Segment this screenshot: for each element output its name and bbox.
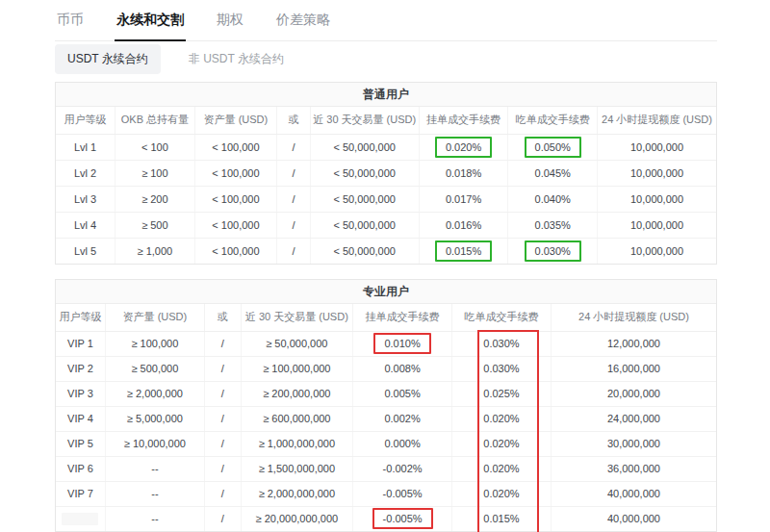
table-cell: < 50,000,000: [310, 160, 419, 186]
column-header: 近 30 天交易量 (USD): [241, 304, 353, 331]
table-cell: < 100,000: [194, 238, 277, 264]
table-cell: ≥ 2,000,000: [105, 381, 204, 406]
table-cell: VIP 1: [56, 331, 105, 356]
fee-schedule-page: 币币永续和交割期权价差策略 USDT 永续合约非 USDT 永续合约 普通用户 …: [0, 0, 770, 532]
table-cell: ≥ 500,000: [105, 356, 204, 381]
subtab-0[interactable]: USDT 永续合约: [55, 44, 161, 74]
table-cell: --: [105, 481, 204, 506]
table-cell: < 100: [116, 134, 194, 160]
table-row: Lvl 4≥ 500< 100,000/< 50,000,0000.016%0.…: [56, 212, 716, 238]
table-row: Lvl 2≥ 100< 100,000/< 50,000,0000.018%0.…: [56, 160, 716, 186]
column-header: 吃单成交手续费: [452, 304, 552, 331]
pro-users-table-card: 专业用户 用户等级资产量 (USD)或近 30 天交易量 (USD)挂单成交手续…: [55, 279, 717, 532]
table-row: VIP 1≥ 100,000/≥ 50,000,0000.010%0.030%1…: [56, 331, 716, 356]
column-header: 近 30 天交易量 (USD): [310, 107, 419, 134]
table-cell: /: [277, 160, 310, 186]
table-row: Lvl 5≥ 1,000< 100,000/< 50,000,0000.015%…: [56, 238, 716, 264]
table-cell: 0.045%: [508, 160, 598, 186]
table-row: --/≥ 20,000,000,000-0.005%0.015%40,000,0…: [56, 506, 716, 531]
green-annotation-box: 0.030%: [525, 241, 581, 262]
column-header: 挂单成交手续费: [353, 304, 452, 331]
table-row: VIP 3≥ 2,000,000/≥ 200,000,0000.005%0.02…: [56, 381, 716, 406]
subtab-1[interactable]: 非 USDT 永续合约: [176, 44, 296, 74]
table-cell: 0.020%: [419, 134, 508, 160]
column-header: 或: [277, 107, 310, 134]
table-cell: 0.016%: [419, 212, 508, 238]
table-cell: Lvl 5: [56, 238, 116, 264]
table-cell: ≥ 500: [116, 212, 194, 238]
tab-3[interactable]: 价差策略: [274, 6, 332, 41]
table-cell: < 50,000,000: [310, 238, 419, 264]
table-cell: < 100,000: [194, 134, 277, 160]
table-cell: --: [105, 456, 204, 481]
column-header: 资产量 (USD): [194, 107, 277, 134]
table-cell: VIP 3: [56, 381, 105, 406]
table-cell: ≥ 1,000: [116, 238, 194, 264]
table-cell: /: [204, 356, 241, 381]
cell-placeholder: [62, 513, 98, 525]
table-cell: /: [277, 134, 310, 160]
column-header: 吃单成交手续费: [508, 107, 598, 134]
table-cell: 10,000,000: [598, 134, 717, 160]
tab-1[interactable]: 永续和交割: [115, 6, 186, 41]
table-cell: /: [277, 186, 310, 212]
table-cell: < 50,000,000: [310, 212, 419, 238]
table-cell: 10,000,000: [598, 238, 717, 264]
table-cell: ≥ 100,000: [105, 331, 204, 356]
table-cell: 0.025%: [452, 381, 552, 406]
table-cell: 30,000,000: [551, 431, 716, 456]
table-cell: 0.015%: [419, 238, 508, 264]
table-cell: ≥ 1,500,000,000: [241, 456, 353, 481]
table-cell: < 100,000: [194, 186, 277, 212]
table-cell: 0.030%: [508, 238, 598, 264]
table-cell: /: [277, 238, 310, 264]
table-cell: VIP 5: [56, 431, 105, 456]
table-cell: 0.010%: [353, 331, 452, 356]
table-title: 专业用户: [56, 280, 716, 304]
table-cell: 0.000%: [353, 431, 452, 456]
table-cell: /: [204, 506, 241, 531]
table-cell: 16,000,000: [551, 356, 716, 381]
table-cell: VIP 4: [56, 406, 105, 431]
table-cell: /: [204, 431, 241, 456]
column-header: 用户等级: [56, 107, 116, 134]
table-cell: 0.040%: [508, 186, 598, 212]
table-cell: /: [277, 212, 310, 238]
table-cell: 10,000,000: [598, 212, 717, 238]
table-cell: 10,000,000: [598, 186, 717, 212]
table-cell: Lvl 4: [56, 212, 116, 238]
table-cell: Lvl 1: [56, 134, 116, 160]
table-cell: ≥ 5,000,000: [105, 406, 204, 431]
column-header: 24 小时提现额度 (USD): [551, 304, 716, 331]
table-row: VIP 2≥ 500,000/≥ 100,000,0000.008%0.030%…: [56, 356, 716, 381]
table-cell: ≥ 20,000,000,000: [241, 506, 353, 531]
table-cell: ≥ 10,000,000: [105, 431, 204, 456]
table-cell: /: [204, 481, 241, 506]
table-cell: 0.020%: [452, 481, 552, 506]
table-cell: ≥ 200,000,000: [241, 381, 353, 406]
table-cell: 0.018%: [419, 160, 508, 186]
table-cell: 0.020%: [452, 431, 552, 456]
table-cell: [56, 506, 105, 531]
tab-0[interactable]: 币币: [55, 6, 86, 41]
table-cell: 0.030%: [452, 331, 552, 356]
table-cell: < 100,000: [194, 212, 277, 238]
table-cell: ≥ 200: [116, 186, 194, 212]
table-cell: 40,000,000: [551, 506, 716, 531]
table-cell: 0.020%: [452, 406, 552, 431]
table-cell: /: [204, 406, 241, 431]
table-cell: 0.030%: [452, 356, 552, 381]
table-cell: ≥ 50,000,000: [241, 331, 353, 356]
red-annotation-box: 0.010%: [373, 333, 430, 354]
table-cell: -0.002%: [353, 456, 452, 481]
table-row: Lvl 1< 100< 100,000/< 50,000,0000.020%0.…: [56, 134, 716, 160]
table-row: VIP 7--/≥ 2,000,000,000-0.005%0.020%40,0…: [56, 481, 716, 506]
column-header: 用户等级: [56, 304, 105, 331]
tab-2[interactable]: 期权: [215, 6, 245, 41]
table-row: VIP 6--/≥ 1,500,000,000-0.002%0.020%36,0…: [56, 456, 716, 481]
regular-users-fee-table: 用户等级OKB 总持有量资产量 (USD)或近 30 天交易量 (USD)挂单成…: [56, 107, 716, 264]
green-annotation-box: 0.020%: [435, 137, 492, 158]
column-header: 或: [204, 304, 241, 331]
table-cell: VIP 2: [56, 356, 105, 381]
table-cell: ≥ 600,000,000: [241, 406, 353, 431]
